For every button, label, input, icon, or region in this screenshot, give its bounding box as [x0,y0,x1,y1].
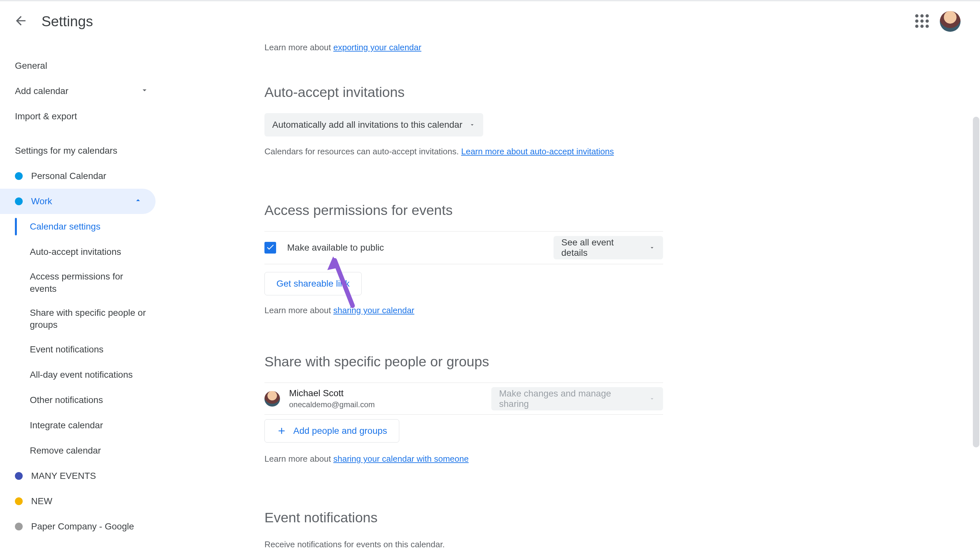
plus-icon [276,426,287,436]
hint-prefix: Learn more about [265,42,333,52]
share-list: Michael Scott onecaldemo@gmail.com Make … [265,383,663,415]
page-title: Settings [41,13,93,29]
sidebar-item-label: Paper Company - Google [31,521,134,532]
person-email: onecaldemo@gmail.com [289,400,375,409]
sidebar-calendar-personal[interactable]: Personal Calendar [0,163,162,189]
scrollbar-thumb[interactable] [973,117,979,448]
sidebar-sub-calendar-settings[interactable]: Calendar settings [0,214,162,239]
sidebar-section-header: Settings for my calendars [0,138,162,163]
calendar-color-dot [15,172,23,180]
sharing-with-someone-link[interactable]: sharing your calendar with someone [333,454,469,464]
check-icon [266,243,275,253]
public-visibility-select[interactable]: See all event details [554,236,663,259]
select-value: Make changes and manage sharing [499,388,642,409]
section-title-access-permissions: Access permissions for events [265,202,663,218]
sidebar-calendar-new[interactable]: NEW [0,489,162,514]
calendar-color-dot [15,197,23,205]
sharing-calendar-link[interactable]: sharing your calendar [333,305,414,315]
make-public-checkbox[interactable] [265,242,276,254]
dropdown-icon [649,396,655,402]
section-title-event-notifications: Event notifications [265,510,663,526]
make-public-label: Make available to public [287,243,384,253]
sidebar-item-label: NEW [31,496,52,507]
google-apps-button[interactable] [915,14,930,29]
get-shareable-link-button[interactable]: Get shareable link [265,272,362,295]
hint-prefix: Learn more about [265,305,333,315]
sidebar-calendar-many-events[interactable]: MANY EVENTS [0,463,162,489]
person-avatar [265,391,280,407]
sidebar-sub-all-day-notifications[interactable]: All-day event notifications [0,362,162,388]
button-label: Add people and groups [293,426,387,436]
sidebar-calendar-work[interactable]: Work [0,189,156,214]
chevron-down-icon [140,86,149,97]
dropdown-icon [649,244,655,251]
section-title-auto-accept: Auto-accept invitations [265,84,663,100]
sidebar-item-label: Add calendar [15,86,68,96]
auto-accept-select[interactable]: Automatically add all invitations to thi… [265,113,483,137]
public-permission-row: Make available to public See all event d… [265,231,663,264]
person-permission-select[interactable]: Make changes and manage sharing [491,387,663,410]
sidebar-sub-share-specific[interactable]: Share with specific people or groups [0,301,162,337]
sidebar-sub-integrate[interactable]: Integrate calendar [0,413,162,438]
calendar-color-dot [15,523,23,531]
calendar-color-dot [15,497,23,505]
calendar-color-dot [15,472,23,480]
sidebar-item-add-calendar[interactable]: Add calendar [0,78,162,104]
chevron-up-icon [133,196,143,207]
share-row: Michael Scott onecaldemo@gmail.com Make … [265,383,663,415]
sidebar: General Add calendar Import & export Set… [0,41,162,557]
sharing-someone-hint: Learn more about sharing your calendar w… [265,453,663,464]
sidebar-item-label: MANY EVENTS [31,471,96,481]
hint-prefix: Calendars for resources can auto-accept … [265,147,461,156]
sidebar-sub-remove[interactable]: Remove calendar [0,438,162,463]
sidebar-sub-event-notifications[interactable]: Event notifications [0,337,162,362]
sidebar-item-label: Personal Calendar [31,171,106,181]
sidebar-item-label: Work [31,196,52,207]
auto-accept-hint: Calendars for resources can auto-accept … [265,146,663,157]
back-button[interactable] [13,14,29,29]
sidebar-item-general[interactable]: General [0,53,162,78]
person-name: Michael Scott [289,388,375,399]
account-avatar[interactable] [940,11,960,32]
exporting-calendar-link[interactable]: exporting your calendar [333,42,421,52]
event-notifications-desc: Receive notifications for events on this… [265,539,663,550]
sharing-hint: Learn more about sharing your calendar [265,305,663,316]
sidebar-calendar-paper-company[interactable]: Paper Company - Google [0,514,162,539]
sidebar-sub-other-notifications[interactable]: Other notifications [0,388,162,413]
auto-accept-learn-more-link[interactable]: Learn more about auto-accept invitations [461,147,614,156]
section-title-share-specific: Share with specific people or groups [265,354,663,370]
export-hint: Learn more about exporting your calendar [265,41,663,53]
select-value: Automatically add all invitations to thi… [272,120,462,130]
button-label: Get shareable link [276,278,350,289]
hint-prefix: Learn more about [265,454,333,464]
sidebar-sub-access-permissions[interactable]: Access permissions for events [0,265,162,301]
dropdown-icon [469,122,475,128]
settings-panel: Learn more about exporting your calendar… [265,41,663,557]
sidebar-item-import-export[interactable]: Import & export [0,104,162,129]
select-value: See all event details [561,237,642,258]
sidebar-sub-auto-accept[interactable]: Auto-accept invitations [0,239,162,265]
add-people-button[interactable]: Add people and groups [265,419,399,443]
arrow-left-icon [14,14,28,29]
